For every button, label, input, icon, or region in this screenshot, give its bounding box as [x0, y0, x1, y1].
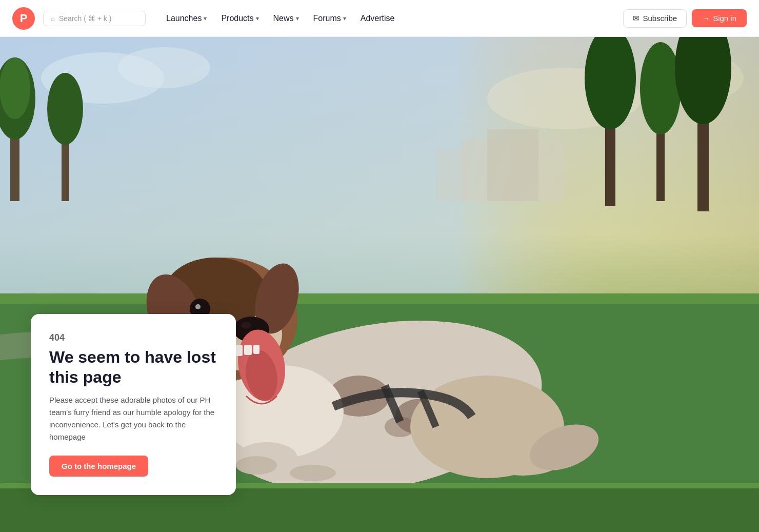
- search-placeholder: Search ( ⌘ + k ): [59, 14, 111, 23]
- logo[interactable]: P: [12, 7, 35, 30]
- svg-rect-19: [0, 293, 759, 304]
- subscribe-label: Subscribe: [643, 14, 677, 23]
- svg-point-9: [0, 57, 30, 119]
- nav-item-forums[interactable]: Forums ▾: [307, 10, 352, 27]
- nav-label-advertise: Advertise: [361, 14, 395, 23]
- svg-rect-23: [436, 150, 467, 201]
- nav-item-launches[interactable]: Launches ▾: [160, 10, 213, 27]
- chevron-down-icon: ▾: [204, 15, 207, 22]
- svg-rect-22: [487, 129, 538, 201]
- error-title: We seem to have lost this page: [49, 347, 217, 387]
- svg-point-15: [640, 42, 681, 134]
- nav-links: Launches ▾ Products ▾ News ▾ Forums ▾ Ad…: [160, 10, 615, 27]
- nav-label-products: Products: [221, 14, 253, 23]
- svg-point-48: [236, 456, 277, 475]
- hero-section: 404 We seem to have lost this page Pleas…: [0, 37, 759, 532]
- subscribe-button[interactable]: ✉ Subscribe: [623, 9, 687, 28]
- svg-point-11: [47, 73, 83, 145]
- signin-label: Sign in: [713, 14, 736, 23]
- svg-point-4: [118, 47, 210, 88]
- subscribe-icon: ✉: [633, 14, 640, 23]
- nav-actions: ✉ Subscribe → Sign in: [623, 9, 747, 28]
- error-description: Please accept these adorable photos of o…: [49, 394, 217, 443]
- svg-point-49: [290, 465, 336, 481]
- search-icon: ⌕: [51, 14, 55, 23]
- nav-item-products[interactable]: Products ▾: [215, 10, 265, 27]
- nav-item-advertise[interactable]: Advertise: [354, 10, 401, 27]
- search-bar[interactable]: ⌕ Search ( ⌘ + k ): [43, 11, 146, 26]
- svg-rect-20: [0, 304, 759, 311]
- svg-rect-45: [253, 345, 259, 354]
- nav-label-launches: Launches: [166, 14, 202, 23]
- svg-rect-44: [244, 345, 252, 355]
- chevron-down-icon: ▾: [343, 15, 346, 22]
- nav-item-news[interactable]: News ▾: [267, 10, 305, 27]
- nav-label-news: News: [273, 14, 294, 23]
- svg-point-37: [241, 322, 251, 329]
- chevron-down-icon: ▾: [296, 15, 299, 22]
- error-card: 404 We seem to have lost this page Pleas…: [31, 314, 236, 495]
- signin-icon: →: [702, 14, 710, 23]
- navbar: P ⌕ Search ( ⌘ + k ) Launches ▾ Products…: [0, 0, 759, 37]
- error-code: 404: [49, 332, 217, 343]
- nav-label-forums: Forums: [313, 14, 341, 23]
- chevron-down-icon: ▾: [256, 15, 259, 22]
- signin-button[interactable]: → Sign in: [692, 9, 747, 27]
- logo-letter: P: [20, 12, 28, 25]
- svg-point-39: [195, 304, 201, 309]
- go-to-homepage-button[interactable]: Go to the homepage: [49, 456, 148, 477]
- svg-rect-43: [235, 345, 243, 356]
